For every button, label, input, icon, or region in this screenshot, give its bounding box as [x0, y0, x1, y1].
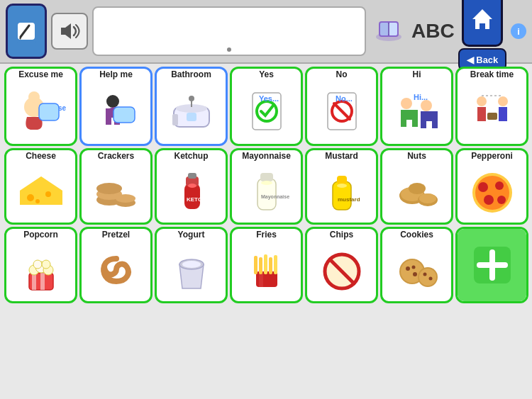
info-label: i — [517, 26, 520, 37]
svg-rect-23 — [172, 114, 178, 125]
card-yes[interactable]: YesYes... — [230, 67, 303, 146]
card-crackers[interactable]: Crackers — [79, 148, 153, 225]
svg-rect-75 — [32, 273, 36, 290]
card-no[interactable]: NoNo... — [305, 67, 378, 146]
card-excuse-me[interactable]: Excuse meExcuseMe! — [4, 67, 77, 146]
card-label-mayonnaise: Mayonnaise — [232, 150, 301, 161]
svg-point-80 — [33, 260, 42, 269]
card-mustard[interactable]: Mustardmustard — [305, 148, 378, 225]
card-label-cookies: Cookies — [382, 229, 451, 240]
top-bar: ABC ◀ Back i — [0, 0, 532, 64]
svg-point-83 — [182, 261, 201, 268]
svg-point-12 — [28, 91, 40, 103]
card-image-break-time — [458, 79, 526, 144]
card-label-mustard: Mustard — [307, 150, 376, 161]
card-nuts[interactable]: Nuts — [380, 148, 453, 225]
card-image-cheese — [6, 161, 75, 223]
svg-point-36 — [477, 96, 487, 106]
back-label: ◀ Back — [467, 55, 499, 65]
card-pretzel[interactable]: Pretzel — [79, 227, 153, 303]
svg-text:Yes...: Yes... — [259, 94, 279, 103]
card-break-time[interactable]: Break time — [455, 67, 528, 146]
card-yogurt[interactable]: Yogurt — [155, 227, 228, 303]
svg-rect-52 — [188, 173, 196, 179]
card-add[interactable] — [455, 227, 528, 303]
svg-point-43 — [45, 191, 51, 197]
card-image-crackers — [82, 161, 150, 223]
svg-point-33 — [401, 98, 412, 109]
svg-point-97 — [413, 272, 417, 276]
svg-point-37 — [498, 96, 508, 106]
card-image-cookies — [382, 240, 451, 301]
card-image-fries — [232, 240, 301, 301]
edit-button[interactable] — [6, 4, 47, 59]
card-chips[interactable]: Chips — [305, 227, 378, 303]
svg-point-81 — [42, 260, 50, 269]
svg-point-42 — [27, 194, 34, 201]
svg-point-72 — [484, 195, 494, 205]
svg-rect-90 — [254, 256, 257, 274]
card-mayonnaise[interactable]: MayonnaiseMayonnaise — [230, 148, 303, 225]
svg-point-101 — [423, 272, 426, 276]
svg-rect-56 — [260, 173, 273, 181]
card-image-bathroom — [157, 79, 226, 144]
svg-text:Mayonnaise: Mayonnaise — [261, 194, 289, 200]
svg-marker-41 — [20, 176, 62, 205]
svg-rect-60 — [337, 176, 347, 184]
card-image-popcorn — [6, 240, 75, 301]
card-image-mayonnaise: Mayonnaise — [232, 161, 301, 223]
svg-rect-8 — [389, 23, 397, 35]
card-image-chips — [307, 240, 376, 301]
svg-point-16 — [106, 95, 119, 108]
svg-rect-22 — [187, 113, 196, 121]
svg-point-53 — [188, 184, 196, 188]
card-pepperoni[interactable]: Pepperoni — [455, 148, 528, 225]
svg-rect-38 — [487, 113, 497, 120]
card-image-pepperoni — [458, 161, 526, 223]
card-help-me[interactable]: Help meHelpMe... — [79, 67, 153, 146]
card-image-mustard: mustard — [307, 161, 376, 223]
card-hi[interactable]: HiHi... — [380, 67, 453, 146]
svg-point-73 — [497, 196, 506, 204]
svg-point-44 — [35, 199, 40, 203]
card-label-pretzel: Pretzel — [82, 229, 150, 240]
speaker-button[interactable] — [51, 13, 88, 50]
svg-rect-15 — [39, 103, 59, 120]
grid-row-3: PopcornPretzelYogurtFriesChipsCookies — [4, 227, 528, 303]
text-display-area — [92, 6, 366, 56]
svg-point-69 — [475, 176, 509, 210]
card-cheese[interactable]: Cheese — [4, 148, 77, 225]
svg-point-49 — [116, 194, 135, 203]
svg-text:mustard: mustard — [338, 196, 360, 203]
svg-point-25 — [189, 96, 194, 101]
svg-point-61 — [337, 184, 347, 188]
info-button[interactable]: i — [511, 23, 526, 39]
svg-text:Hi...: Hi... — [414, 93, 428, 101]
card-bathroom[interactable]: Bathroom — [155, 67, 228, 146]
svg-point-98 — [411, 265, 415, 269]
svg-rect-88 — [269, 257, 272, 274]
svg-point-100 — [419, 269, 436, 286]
card-popcorn[interactable]: Popcorn — [4, 227, 77, 303]
home-button[interactable] — [462, 0, 503, 47]
add-cross — [458, 229, 526, 301]
svg-point-70 — [478, 182, 488, 192]
card-fries[interactable]: Fries — [230, 227, 303, 303]
card-label-bathroom: Bathroom — [157, 69, 226, 79]
svg-point-96 — [406, 266, 410, 271]
card-ketchup[interactable]: KetchupKETCHUP — [155, 148, 228, 225]
card-cookies[interactable]: Cookies — [380, 227, 453, 303]
svg-text:No...: No... — [336, 94, 353, 103]
svg-marker-10 — [472, 9, 492, 29]
symbol-grid: Excuse meExcuseMe!Help meHelpMe...Bathro… — [0, 64, 532, 306]
svg-rect-76 — [40, 273, 45, 290]
card-image-help-me: HelpMe... — [82, 79, 150, 144]
svg-text:KETCHUP: KETCHUP — [187, 196, 214, 203]
svg-rect-89 — [274, 255, 277, 274]
card-image-nuts — [382, 161, 451, 223]
card-label-nuts: Nuts — [382, 150, 451, 161]
card-image-yes: Yes... — [232, 79, 301, 144]
card-image-hi: Hi... — [382, 79, 451, 144]
svg-point-34 — [421, 100, 432, 111]
card-label-hi: Hi — [382, 69, 451, 79]
